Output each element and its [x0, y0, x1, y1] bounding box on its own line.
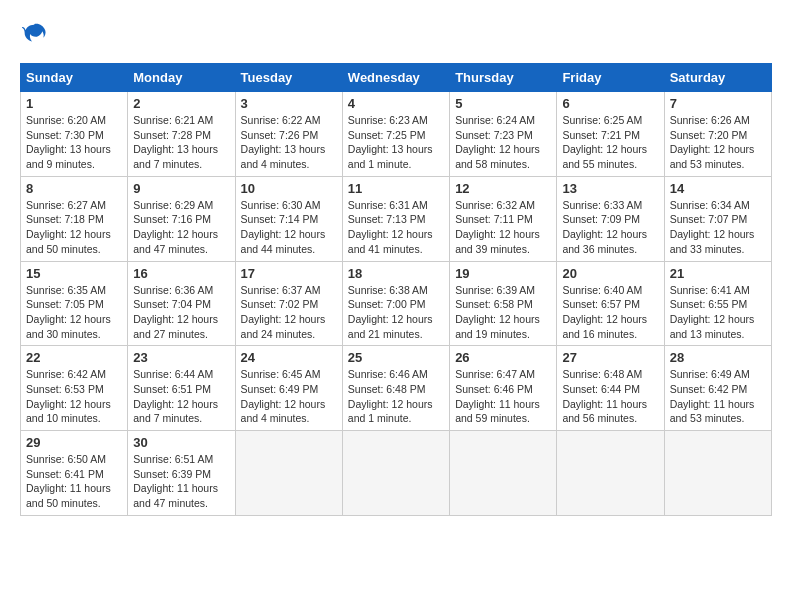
calendar-day-cell: 27 Sunrise: 6:48 AM Sunset: 6:44 PM Dayl…	[557, 346, 664, 431]
calendar-day-cell: 1 Sunrise: 6:20 AM Sunset: 7:30 PM Dayli…	[21, 92, 128, 177]
calendar-day-cell: 2 Sunrise: 6:21 AM Sunset: 7:28 PM Dayli…	[128, 92, 235, 177]
calendar-day-cell: 26 Sunrise: 6:47 AM Sunset: 6:46 PM Dayl…	[450, 346, 557, 431]
day-detail: Sunrise: 6:42 AM Sunset: 6:53 PM Dayligh…	[26, 367, 122, 426]
day-detail: Sunrise: 6:33 AM Sunset: 7:09 PM Dayligh…	[562, 198, 658, 257]
day-number: 3	[241, 96, 337, 111]
day-detail: Sunrise: 6:44 AM Sunset: 6:51 PM Dayligh…	[133, 367, 229, 426]
day-detail: Sunrise: 6:50 AM Sunset: 6:41 PM Dayligh…	[26, 452, 122, 511]
day-detail: Sunrise: 6:40 AM Sunset: 6:57 PM Dayligh…	[562, 283, 658, 342]
day-detail: Sunrise: 6:48 AM Sunset: 6:44 PM Dayligh…	[562, 367, 658, 426]
day-number: 28	[670, 350, 766, 365]
day-detail: Sunrise: 6:41 AM Sunset: 6:55 PM Dayligh…	[670, 283, 766, 342]
day-number: 21	[670, 266, 766, 281]
calendar-day-cell	[235, 431, 342, 516]
day-number: 10	[241, 181, 337, 196]
day-number: 24	[241, 350, 337, 365]
day-number: 29	[26, 435, 122, 450]
day-detail: Sunrise: 6:45 AM Sunset: 6:49 PM Dayligh…	[241, 367, 337, 426]
day-number: 15	[26, 266, 122, 281]
day-number: 8	[26, 181, 122, 196]
calendar-week-row: 15 Sunrise: 6:35 AM Sunset: 7:05 PM Dayl…	[21, 261, 772, 346]
calendar-day-cell: 23 Sunrise: 6:44 AM Sunset: 6:51 PM Dayl…	[128, 346, 235, 431]
day-of-week-header: Wednesday	[342, 64, 449, 92]
day-detail: Sunrise: 6:30 AM Sunset: 7:14 PM Dayligh…	[241, 198, 337, 257]
day-detail: Sunrise: 6:35 AM Sunset: 7:05 PM Dayligh…	[26, 283, 122, 342]
day-detail: Sunrise: 6:20 AM Sunset: 7:30 PM Dayligh…	[26, 113, 122, 172]
day-of-week-header: Thursday	[450, 64, 557, 92]
day-detail: Sunrise: 6:47 AM Sunset: 6:46 PM Dayligh…	[455, 367, 551, 426]
day-number: 9	[133, 181, 229, 196]
calendar-day-cell: 17 Sunrise: 6:37 AM Sunset: 7:02 PM Dayl…	[235, 261, 342, 346]
day-number: 6	[562, 96, 658, 111]
calendar-table: SundayMondayTuesdayWednesdayThursdayFrid…	[20, 63, 772, 516]
day-detail: Sunrise: 6:31 AM Sunset: 7:13 PM Dayligh…	[348, 198, 444, 257]
day-detail: Sunrise: 6:37 AM Sunset: 7:02 PM Dayligh…	[241, 283, 337, 342]
day-detail: Sunrise: 6:38 AM Sunset: 7:00 PM Dayligh…	[348, 283, 444, 342]
day-detail: Sunrise: 6:25 AM Sunset: 7:21 PM Dayligh…	[562, 113, 658, 172]
calendar-day-cell: 14 Sunrise: 6:34 AM Sunset: 7:07 PM Dayl…	[664, 176, 771, 261]
calendar-day-cell: 10 Sunrise: 6:30 AM Sunset: 7:14 PM Dayl…	[235, 176, 342, 261]
calendar-day-cell: 9 Sunrise: 6:29 AM Sunset: 7:16 PM Dayli…	[128, 176, 235, 261]
calendar-day-cell: 28 Sunrise: 6:49 AM Sunset: 6:42 PM Dayl…	[664, 346, 771, 431]
day-detail: Sunrise: 6:46 AM Sunset: 6:48 PM Dayligh…	[348, 367, 444, 426]
day-detail: Sunrise: 6:27 AM Sunset: 7:18 PM Dayligh…	[26, 198, 122, 257]
calendar-day-cell: 18 Sunrise: 6:38 AM Sunset: 7:00 PM Dayl…	[342, 261, 449, 346]
calendar-week-row: 29 Sunrise: 6:50 AM Sunset: 6:41 PM Dayl…	[21, 431, 772, 516]
day-of-week-header: Friday	[557, 64, 664, 92]
calendar-day-cell: 7 Sunrise: 6:26 AM Sunset: 7:20 PM Dayli…	[664, 92, 771, 177]
calendar-week-row: 1 Sunrise: 6:20 AM Sunset: 7:30 PM Dayli…	[21, 92, 772, 177]
day-number: 22	[26, 350, 122, 365]
calendar-day-cell: 6 Sunrise: 6:25 AM Sunset: 7:21 PM Dayli…	[557, 92, 664, 177]
day-detail: Sunrise: 6:21 AM Sunset: 7:28 PM Dayligh…	[133, 113, 229, 172]
calendar-week-row: 8 Sunrise: 6:27 AM Sunset: 7:18 PM Dayli…	[21, 176, 772, 261]
day-number: 19	[455, 266, 551, 281]
day-number: 13	[562, 181, 658, 196]
calendar-day-cell: 30 Sunrise: 6:51 AM Sunset: 6:39 PM Dayl…	[128, 431, 235, 516]
day-detail: Sunrise: 6:26 AM Sunset: 7:20 PM Dayligh…	[670, 113, 766, 172]
day-of-week-header: Monday	[128, 64, 235, 92]
day-detail: Sunrise: 6:51 AM Sunset: 6:39 PM Dayligh…	[133, 452, 229, 511]
calendar-day-cell: 22 Sunrise: 6:42 AM Sunset: 6:53 PM Dayl…	[21, 346, 128, 431]
day-number: 7	[670, 96, 766, 111]
calendar-day-cell: 24 Sunrise: 6:45 AM Sunset: 6:49 PM Dayl…	[235, 346, 342, 431]
calendar-week-row: 22 Sunrise: 6:42 AM Sunset: 6:53 PM Dayl…	[21, 346, 772, 431]
day-detail: Sunrise: 6:39 AM Sunset: 6:58 PM Dayligh…	[455, 283, 551, 342]
day-number: 25	[348, 350, 444, 365]
calendar-day-cell: 13 Sunrise: 6:33 AM Sunset: 7:09 PM Dayl…	[557, 176, 664, 261]
day-number: 1	[26, 96, 122, 111]
calendar-day-cell	[557, 431, 664, 516]
day-of-week-header: Tuesday	[235, 64, 342, 92]
calendar-day-cell: 19 Sunrise: 6:39 AM Sunset: 6:58 PM Dayl…	[450, 261, 557, 346]
day-number: 11	[348, 181, 444, 196]
calendar-day-cell: 25 Sunrise: 6:46 AM Sunset: 6:48 PM Dayl…	[342, 346, 449, 431]
calendar-day-cell: 21 Sunrise: 6:41 AM Sunset: 6:55 PM Dayl…	[664, 261, 771, 346]
calendar-day-cell: 8 Sunrise: 6:27 AM Sunset: 7:18 PM Dayli…	[21, 176, 128, 261]
day-number: 23	[133, 350, 229, 365]
day-detail: Sunrise: 6:24 AM Sunset: 7:23 PM Dayligh…	[455, 113, 551, 172]
calendar-day-cell: 4 Sunrise: 6:23 AM Sunset: 7:25 PM Dayli…	[342, 92, 449, 177]
day-detail: Sunrise: 6:32 AM Sunset: 7:11 PM Dayligh…	[455, 198, 551, 257]
calendar-day-cell: 11 Sunrise: 6:31 AM Sunset: 7:13 PM Dayl…	[342, 176, 449, 261]
calendar-day-cell: 29 Sunrise: 6:50 AM Sunset: 6:41 PM Dayl…	[21, 431, 128, 516]
calendar-day-cell: 12 Sunrise: 6:32 AM Sunset: 7:11 PM Dayl…	[450, 176, 557, 261]
calendar-day-cell: 5 Sunrise: 6:24 AM Sunset: 7:23 PM Dayli…	[450, 92, 557, 177]
day-number: 2	[133, 96, 229, 111]
day-number: 5	[455, 96, 551, 111]
logo-icon	[20, 20, 48, 48]
calendar-day-cell: 16 Sunrise: 6:36 AM Sunset: 7:04 PM Dayl…	[128, 261, 235, 346]
day-number: 26	[455, 350, 551, 365]
day-of-week-header: Saturday	[664, 64, 771, 92]
day-number: 30	[133, 435, 229, 450]
page-header	[20, 20, 772, 48]
day-detail: Sunrise: 6:29 AM Sunset: 7:16 PM Dayligh…	[133, 198, 229, 257]
day-number: 12	[455, 181, 551, 196]
day-number: 4	[348, 96, 444, 111]
day-detail: Sunrise: 6:49 AM Sunset: 6:42 PM Dayligh…	[670, 367, 766, 426]
day-detail: Sunrise: 6:34 AM Sunset: 7:07 PM Dayligh…	[670, 198, 766, 257]
calendar-day-cell	[342, 431, 449, 516]
calendar-day-cell: 15 Sunrise: 6:35 AM Sunset: 7:05 PM Dayl…	[21, 261, 128, 346]
day-detail: Sunrise: 6:23 AM Sunset: 7:25 PM Dayligh…	[348, 113, 444, 172]
day-number: 18	[348, 266, 444, 281]
day-detail: Sunrise: 6:22 AM Sunset: 7:26 PM Dayligh…	[241, 113, 337, 172]
calendar-day-cell	[664, 431, 771, 516]
